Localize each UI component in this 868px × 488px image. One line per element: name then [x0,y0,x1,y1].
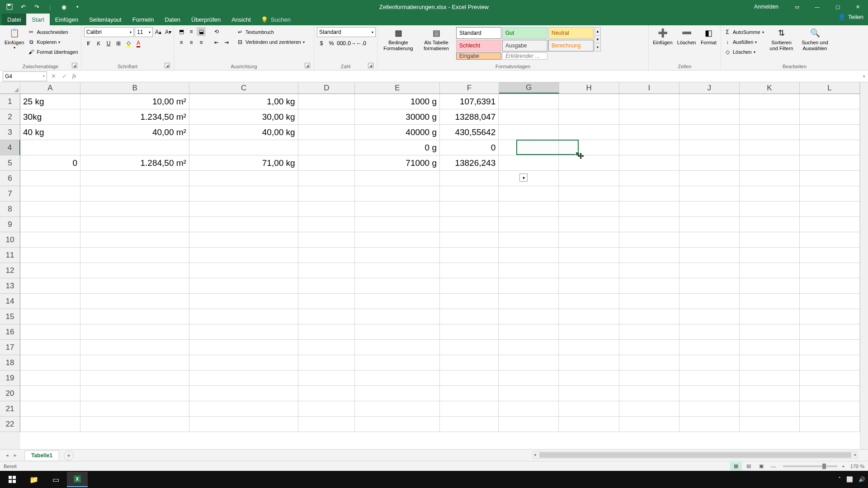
cell-L17[interactable] [800,340,860,355]
cell-A21[interactable] [20,401,80,417]
cell-D3[interactable] [298,125,355,140]
cell-L20[interactable] [800,386,860,401]
row-header-12[interactable]: 12 [0,263,20,278]
gallery-more-icon[interactable]: ▾ [595,43,600,51]
cell-H13[interactable] [559,278,619,294]
cell-A3[interactable]: 40 kg [20,125,80,140]
cell-G4[interactable] [499,140,559,155]
cell-D1[interactable] [298,94,355,109]
cell-C11[interactable] [189,248,298,263]
grow-font-icon[interactable]: A▴ [154,28,163,37]
cell-F4[interactable]: 0 [440,140,499,155]
cell-H8[interactable] [559,202,619,217]
cell-B1[interactable]: 10,00 m² [80,94,189,109]
cell-C16[interactable] [189,324,298,340]
cell-C2[interactable]: 30,00 kg [189,109,298,125]
cell-A11[interactable] [20,248,80,263]
cell-E21[interactable] [355,401,440,417]
tray-up-icon[interactable]: ˄ [838,476,841,483]
expand-formula-icon[interactable]: ▾ [860,74,868,79]
cell-G1[interactable] [499,94,559,109]
cell-E10[interactable] [355,232,440,248]
cell-E9[interactable] [355,217,440,232]
cell-G14[interactable] [499,294,559,309]
cell-B13[interactable] [80,278,189,294]
cell-F3[interactable]: 430,55642 [440,125,499,140]
cell-L13[interactable] [800,278,860,294]
cell-A13[interactable] [20,278,80,294]
cell-K13[interactable] [740,278,800,294]
cell-C8[interactable] [189,202,298,217]
cell-K5[interactable] [740,155,800,171]
cell-F13[interactable] [440,278,499,294]
cell-H4[interactable] [559,140,619,155]
cell-C4[interactable] [189,140,298,155]
cell-C10[interactable] [189,232,298,248]
paste-button[interactable]: 📋 Einfügen▾ [3,27,26,51]
cell-I8[interactable] [619,202,679,217]
find-select-button[interactable]: 🔍Suchen und Auswählen [799,27,831,52]
cell-G18[interactable] [499,355,559,371]
cell-I4[interactable] [619,140,679,155]
row-header-14[interactable]: 14 [0,294,20,309]
cell-G8[interactable] [499,202,559,217]
cell-F12[interactable] [440,263,499,278]
cell-B21[interactable] [80,401,189,417]
cell-I14[interactable] [619,294,679,309]
cell-style-gut[interactable]: Gut [502,27,547,39]
cell-F10[interactable] [440,232,499,248]
cell-E4[interactable]: 0 g [355,140,440,155]
camera-icon[interactable]: ◉ [60,3,68,11]
cancel-formula-icon[interactable]: ✕ [48,73,59,80]
cell-G10[interactable] [499,232,559,248]
tab-formeln[interactable]: Formeln [127,14,160,25]
cell-L21[interactable] [800,401,860,417]
cell-A4[interactable] [20,140,80,155]
column-header-F[interactable]: F [440,82,499,94]
cell-D14[interactable] [298,294,355,309]
delete-cells-button[interactable]: ➖Löschen [676,27,698,47]
select-all-corner[interactable] [0,82,20,94]
cell-A12[interactable] [20,263,80,278]
zoom-slider[interactable] [783,465,837,467]
cell-E22[interactable] [355,417,440,432]
row-header-17[interactable]: 17 [0,340,20,355]
number-dialog-icon[interactable]: ◢ [368,63,373,68]
cell-H11[interactable] [559,248,619,263]
cell-A18[interactable] [20,355,80,371]
cell-G12[interactable] [499,263,559,278]
cell-L19[interactable] [800,371,860,386]
cell-G9[interactable] [499,217,559,232]
tab-ansicht[interactable]: Ansicht [226,14,256,25]
cell-K21[interactable] [740,401,800,417]
sort-filter-button[interactable]: ⇅Sortieren und Filtern [766,27,797,52]
cell-K6[interactable] [740,171,800,186]
sheet-nav-last-icon[interactable]: ▸ [12,452,19,458]
format-as-table-button[interactable]: ▤Als Tabelle formatieren [418,27,454,52]
border-button[interactable]: ⊞ [114,39,123,48]
zoom-level[interactable]: 170 % [850,464,864,469]
cell-G22[interactable] [499,417,559,432]
cell-I18[interactable] [619,355,679,371]
cell-K14[interactable] [740,294,800,309]
tray-network-icon[interactable]: ⬜ [846,476,853,483]
cell-E13[interactable] [355,278,440,294]
row-header-6[interactable]: 6 [0,171,20,186]
cell-E19[interactable] [355,371,440,386]
format-cells-button[interactable]: ◧Format [699,27,718,47]
number-format-select[interactable]: Standard▾ [317,27,376,37]
cell-C1[interactable]: 1,00 kg [189,94,298,109]
cell-H5[interactable] [559,155,619,171]
file-explorer-icon[interactable]: 📁 [24,472,44,487]
cell-C7[interactable] [189,186,298,202]
cell-G5[interactable] [499,155,559,171]
cell-E5[interactable]: 71000 g [355,155,440,171]
cell-J14[interactable] [679,294,740,309]
cell-B14[interactable] [80,294,189,309]
view-normal-icon[interactable]: ▦ [730,462,742,470]
start-button[interactable] [2,472,23,487]
cell-A7[interactable] [20,186,80,202]
fx-icon[interactable]: fx [72,73,76,80]
cell-A19[interactable] [20,371,80,386]
cell-F2[interactable]: 13288,047 [440,109,499,125]
